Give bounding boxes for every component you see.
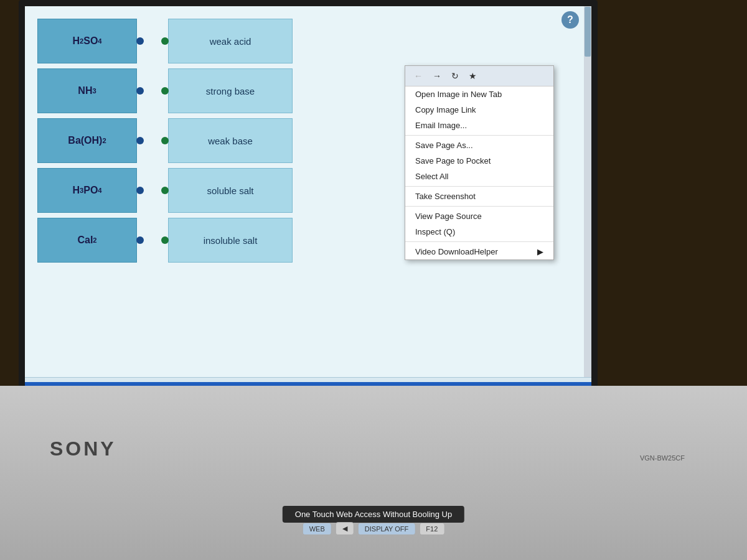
categories-column: weak acid strong base weak base soluble …: [168, 19, 293, 342]
cm-separator-3: [405, 206, 553, 207]
screen-inner: ? H2SO4 NH3 Ba(OH)2 H3PO4 CaI2: [25, 6, 591, 404]
function-keys-row: WEB ◀ DISPLAY OFF F12: [303, 522, 445, 535]
cm-forward-button[interactable]: →: [430, 70, 444, 82]
cm-separator-4: [405, 241, 553, 242]
cm-bookmark-button[interactable]: ★: [466, 70, 479, 82]
cm-email-image[interactable]: Email Image...: [405, 118, 553, 133]
cm-back-button[interactable]: ←: [411, 70, 425, 82]
laptop-body: SONY VGN-BW25CF One Touch Web Access Wit…: [0, 386, 747, 560]
cm-save-pocket[interactable]: Save Page to Pocket: [405, 153, 553, 169]
one-touch-bar: One Touch Web Access Without Booling Up: [283, 506, 464, 523]
chemical-h3po4[interactable]: H3PO4: [37, 168, 137, 213]
cm-open-image[interactable]: Open Image in New Tab: [405, 86, 553, 102]
chemical-baoh2[interactable]: Ba(OH)2: [37, 118, 137, 163]
chemical-nh3[interactable]: NH3: [37, 68, 137, 113]
cm-select-all[interactable]: Select All: [405, 169, 553, 184]
category-strong-base[interactable]: strong base: [168, 68, 293, 113]
category-insoluble-salt[interactable]: insoluble salt: [168, 218, 293, 263]
model-label: VGN-BW25CF: [640, 454, 685, 462]
chemical-cai2[interactable]: CaI2: [37, 218, 137, 263]
f12-key[interactable]: F12: [419, 523, 444, 535]
cm-view-source[interactable]: View Page Source: [405, 208, 553, 224]
help-icon[interactable]: ?: [561, 11, 579, 29]
display-off-button[interactable]: DISPLAY OFF: [358, 523, 416, 535]
cm-arrow-icon: ▶: [537, 247, 543, 256]
context-menu-header: ← → ↻ ★: [405, 66, 553, 86]
cm-inspect[interactable]: Inspect (Q): [405, 224, 553, 240]
chemicals-column: H2SO4 NH3 Ba(OH)2 H3PO4 CaI2: [37, 19, 137, 342]
brand-label: SONY: [50, 437, 116, 460]
chemical-h2so4[interactable]: H2SO4: [37, 19, 137, 63]
category-soluble-salt[interactable]: soluble salt: [168, 168, 293, 213]
web-button[interactable]: WEB: [303, 523, 332, 535]
context-menu: ← → ↻ ★ Open Image in New Tab Copy Image…: [405, 65, 554, 260]
category-weak-base[interactable]: weak base: [168, 118, 293, 163]
cm-separator-2: [405, 186, 553, 187]
screen-bezel: ? H2SO4 NH3 Ba(OH)2 H3PO4 CaI2: [19, 0, 598, 411]
scrollbar[interactable]: [584, 6, 591, 355]
category-weak-acid[interactable]: weak acid: [168, 19, 293, 63]
cm-copy-image-link[interactable]: Copy Image Link: [405, 102, 553, 118]
cm-take-screenshot[interactable]: Take Screenshot: [405, 189, 553, 204]
back-button-key[interactable]: ◀: [336, 522, 354, 535]
cm-video-helper[interactable]: Video DownloadHelper ▶: [405, 244, 553, 259]
cm-separator-1: [405, 135, 553, 136]
scroll-thumb[interactable]: [585, 7, 591, 57]
cm-save-page-as[interactable]: Save Page As...: [405, 138, 553, 153]
cm-reload-button[interactable]: ↻: [449, 70, 461, 82]
